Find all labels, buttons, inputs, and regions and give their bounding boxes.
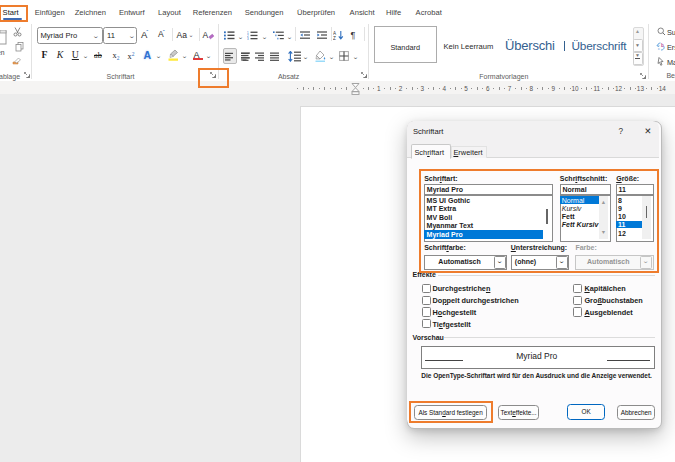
svg-text:3: 3 xyxy=(247,37,249,40)
svg-text:A: A xyxy=(333,30,337,35)
svg-text:Z: Z xyxy=(333,36,336,41)
svg-text:b: b xyxy=(661,43,664,48)
svg-text:c: c xyxy=(658,46,660,51)
